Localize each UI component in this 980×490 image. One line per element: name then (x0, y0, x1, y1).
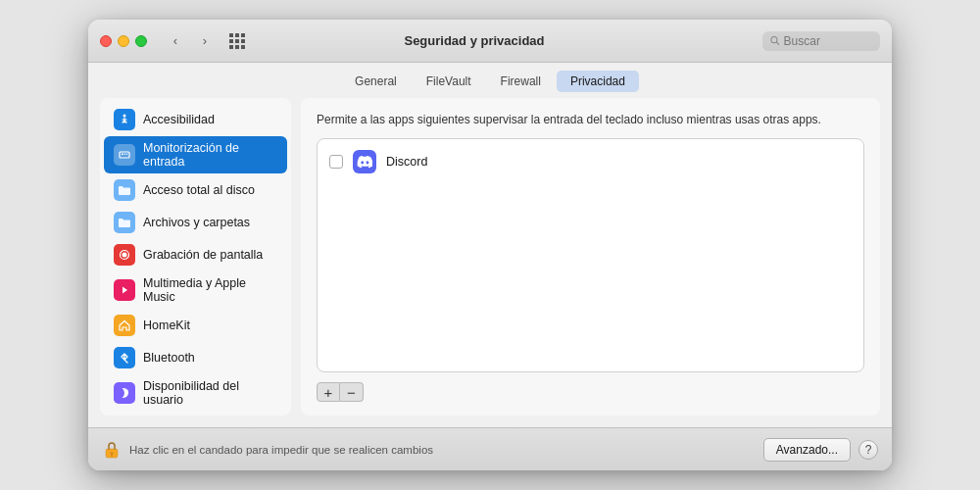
accesibilidad-label: Accesibilidad (143, 113, 215, 126)
multimedia-label: Multimedia y Apple Music (143, 276, 277, 304)
window-title: Seguridad y privacidad (194, 33, 755, 48)
close-button[interactable] (100, 35, 112, 47)
tab-general[interactable]: General (341, 71, 411, 92)
svg-rect-3 (120, 152, 129, 158)
tab-firewall[interactable]: Firewall (487, 71, 555, 92)
footer: Haz clic en el candado para impedir que … (88, 427, 892, 470)
minimize-button[interactable] (118, 35, 129, 47)
homekit-label: HomeKit (143, 318, 190, 332)
acceso-disco-label: Acceso total al disco (143, 183, 255, 197)
grabacion-label: Grabación de pantalla (143, 248, 263, 262)
multimedia-icon (114, 279, 135, 301)
sidebar-item-homekit[interactable]: HomeKit (104, 310, 287, 341)
sidebar: Accesibilidad Monitorización de entrada (100, 98, 291, 416)
add-button[interactable]: + (317, 382, 340, 402)
tabbar: General FileVault Firewall Privacidad (88, 63, 892, 98)
advanced-button[interactable]: Avanzado... (763, 438, 851, 462)
titlebar: ‹ › Seguridad y privacidad (88, 20, 892, 63)
app-list: Discord (317, 138, 864, 372)
search-box[interactable] (762, 31, 880, 51)
bluetooth-icon (114, 347, 135, 368)
search-icon (770, 35, 780, 46)
sidebar-item-acceso-disco[interactable]: Acceso total al disco (104, 174, 287, 206)
tab-privacidad[interactable]: Privacidad (557, 71, 639, 92)
right-panel: Permite a las apps siguientes supervisar… (301, 98, 880, 416)
traffic-lights (100, 35, 147, 47)
back-button[interactable]: ‹ (163, 31, 188, 51)
sidebar-item-automatizacion[interactable]: Automatización (104, 413, 287, 416)
accesibilidad-icon (114, 109, 135, 130)
search-input[interactable] (784, 34, 872, 48)
archivos-label: Archivos y carpetas (143, 216, 250, 229)
svg-point-0 (771, 37, 777, 43)
help-button[interactable]: ? (858, 440, 878, 460)
footer-lock-text: Haz clic en el candado para impedir que … (129, 444, 756, 456)
svg-rect-6 (126, 154, 127, 156)
maximize-button[interactable] (135, 35, 147, 47)
svg-point-8 (122, 253, 127, 258)
svg-line-1 (777, 42, 779, 44)
main-window: ‹ › Seguridad y privacidad General FileV… (88, 20, 892, 470)
homekit-icon (114, 315, 135, 336)
discord-app-icon (353, 150, 376, 173)
main-content: Accesibilidad Monitorización de entrada (88, 98, 892, 427)
monitorizacion-label: Monitorización de entrada (143, 141, 277, 169)
discord-app-name: Discord (386, 155, 427, 169)
sidebar-item-monitorizacion[interactable]: Monitorización de entrada (104, 136, 287, 173)
sidebar-item-accesibilidad[interactable]: Accesibilidad (104, 104, 287, 135)
bluetooth-label: Bluetooth (143, 351, 195, 365)
svg-point-2 (123, 115, 126, 118)
sidebar-item-bluetooth[interactable]: Bluetooth (104, 342, 287, 373)
tab-filevault[interactable]: FileVault (413, 71, 485, 92)
remove-button[interactable]: − (340, 382, 364, 402)
monitorizacion-icon (114, 144, 135, 166)
svg-rect-5 (124, 154, 125, 156)
sidebar-item-disponibilidad[interactable]: Disponibilidad del usuario (104, 374, 287, 412)
sidebar-item-grabacion[interactable]: Grabación de pantalla (104, 239, 287, 270)
archivos-icon (114, 212, 135, 233)
sidebar-item-archivos[interactable]: Archivos y carpetas (104, 207, 287, 238)
table-row: Discord (318, 143, 863, 180)
sidebar-item-multimedia[interactable]: Multimedia y Apple Music (104, 271, 287, 309)
panel-description: Permite a las apps siguientes supervisar… (317, 112, 864, 128)
acceso-disco-icon (114, 179, 135, 201)
disponibilidad-label: Disponibilidad del usuario (143, 379, 277, 407)
list-buttons: + − (317, 382, 864, 402)
discord-checkbox[interactable] (329, 155, 343, 169)
svg-rect-4 (122, 154, 123, 156)
grabacion-icon (114, 244, 135, 266)
lock-icon (102, 440, 122, 460)
disponibilidad-icon (114, 382, 135, 404)
